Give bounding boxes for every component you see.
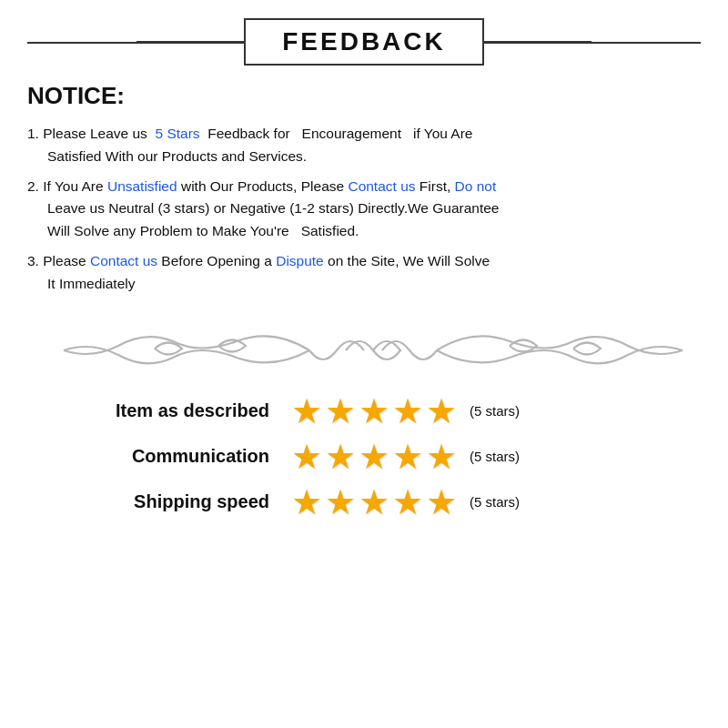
item1-text-before: Please Leave us [43, 126, 155, 141]
star-5: ★ [426, 394, 457, 429]
ratings-section: Item as described ★ ★ ★ ★ ★ (5 stars) Co… [27, 394, 701, 520]
star-4: ★ [392, 440, 423, 474]
rating-row-shipping: Shipping speed ★ ★ ★ ★ ★ (5 stars) [64, 485, 701, 520]
rating-label-item: Item as described [64, 400, 282, 421]
rating-label-shipping: Shipping speed [64, 491, 282, 512]
notice-item-3: 3. Please Contact us Before Opening a Di… [27, 250, 701, 296]
item2-text-mid: with Our Products, Please [177, 178, 349, 194]
star-4: ★ [392, 394, 423, 429]
item2-line3: Will Solve any Problem to Make You're Sa… [27, 220, 701, 243]
item3-text-end: on the Site, We Will Solve [324, 253, 490, 268]
star-3: ★ [359, 440, 389, 474]
star-5: ★ [426, 485, 457, 520]
star-3: ★ [359, 485, 389, 520]
decorative-divider [27, 323, 701, 378]
star-4: ★ [392, 485, 423, 520]
item1-text-after: Feedback for Encouragement if You Are [200, 126, 473, 141]
notice-item-1: 1. Please Leave us 5 Stars Feedback for … [27, 123, 701, 168]
item2-text-before: If You Are [43, 178, 107, 194]
feedback-banner: FEEDBACK [27, 18, 701, 66]
star-3: ★ [359, 394, 389, 429]
item2-text-mid2: First, [416, 178, 455, 194]
notice-item-2: 2. If You Are Unsatisfied with Our Produ… [27, 176, 701, 243]
item2-donot: Do not [455, 178, 497, 194]
notice-title: NOTICE: [27, 82, 125, 110]
item2-line2: Leave us Neutral (3 stars) or Negative (… [27, 197, 701, 220]
item2-contact: Contact us [348, 178, 415, 194]
rating-row-communication: Communication ★ ★ ★ ★ ★ (5 stars) [64, 440, 701, 474]
item3-number: 3. [27, 253, 39, 268]
divider-svg [36, 323, 692, 378]
item2-number: 2. [27, 178, 39, 194]
item1-number: 1. [27, 126, 39, 141]
stars-shipping: ★ ★ ★ ★ ★ [291, 485, 457, 520]
item3-text-before: Please [43, 253, 90, 268]
star-count-item: (5 stars) [470, 403, 520, 419]
star-2: ★ [325, 394, 356, 429]
item3-text-mid: Before Opening a [157, 253, 276, 268]
notice-items: 1. Please Leave us 5 Stars Feedback for … [27, 123, 701, 303]
item2-unsatisfied: Unsatisfied [107, 178, 177, 194]
item1-line2: Satisfied With our Products and Services… [27, 146, 701, 168]
star-1: ★ [291, 394, 322, 429]
star-5: ★ [426, 440, 457, 474]
feedback-title: FEEDBACK [244, 18, 484, 66]
item1-highlight1: 5 Stars [155, 126, 199, 141]
star-2: ★ [325, 485, 356, 520]
rating-label-communication: Communication [64, 446, 282, 467]
page: FEEDBACK NOTICE: 1. Please Leave us 5 St… [0, 0, 728, 728]
item3-line2: It Immediately [27, 273, 701, 296]
star-count-shipping: (5 stars) [470, 494, 520, 510]
star-1: ★ [291, 440, 322, 474]
stars-item: ★ ★ ★ ★ ★ [291, 394, 457, 429]
stars-communication: ★ ★ ★ ★ ★ [291, 440, 457, 474]
star-1: ★ [291, 485, 322, 520]
item3-dispute: Dispute [276, 253, 324, 268]
item3-contact: Contact us [90, 253, 157, 268]
rating-row-item: Item as described ★ ★ ★ ★ ★ (5 stars) [64, 394, 701, 429]
star-count-communication: (5 stars) [470, 449, 520, 464]
star-2: ★ [325, 440, 356, 474]
